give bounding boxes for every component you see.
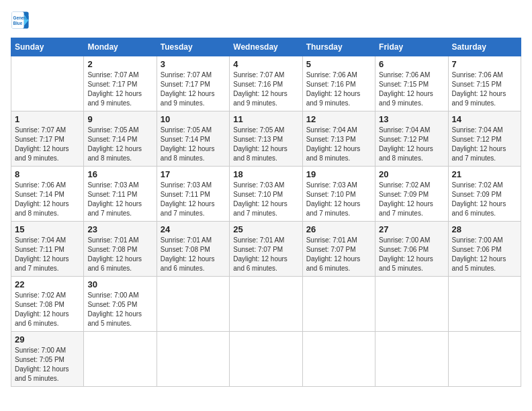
daylight-label: Daylight: 12 hours and 6 minutes. [87, 255, 142, 272]
day-number: 1 [15, 114, 80, 124]
calendar-cell: 27 Sunrise: 7:00 AM Sunset: 7:06 PM Dayl… [375, 222, 448, 277]
sunset-label: Sunset: 7:13 PM [306, 136, 356, 143]
day-info: Sunrise: 7:07 AM Sunset: 7:17 PM Dayligh… [161, 71, 226, 108]
day-info: Sunrise: 7:06 AM Sunset: 7:15 PM Dayligh… [452, 71, 517, 108]
sunset-label: Sunset: 7:11 PM [87, 191, 137, 198]
sunrise-label: Sunrise: 7:04 AM [15, 236, 66, 244]
calendar-cell: 10 Sunrise: 7:05 AM Sunset: 7:14 PM Dayl… [157, 111, 229, 167]
sunrise-label: Sunrise: 7:05 AM [87, 126, 138, 134]
svg-text:General: General [13, 15, 30, 20]
day-number: 7 [452, 59, 517, 69]
sunrise-label: Sunrise: 7:04 AM [306, 126, 357, 134]
calendar-cell [157, 277, 229, 332]
day-info: Sunrise: 7:02 AM Sunset: 7:08 PM Dayligh… [15, 291, 80, 328]
header-sunday: Sunday [11, 38, 84, 56]
sunset-label: Sunset: 7:08 PM [15, 301, 64, 308]
header-tuesday: Tuesday [157, 38, 229, 56]
sunrise-label: Sunrise: 7:02 AM [452, 181, 503, 189]
day-number: 6 [379, 59, 444, 69]
day-info: Sunrise: 7:01 AM Sunset: 7:08 PM Dayligh… [87, 236, 152, 273]
day-number: 13 [379, 114, 444, 124]
sunrise-label: Sunrise: 7:03 AM [306, 181, 357, 189]
sunrise-label: Sunrise: 7:00 AM [87, 291, 138, 299]
calendar-cell: 4 Sunrise: 7:07 AM Sunset: 7:16 PM Dayli… [230, 56, 302, 111]
day-number: 24 [161, 224, 226, 234]
calendar-cell [157, 332, 229, 387]
day-number: 22 [15, 279, 80, 289]
day-number: 4 [233, 59, 298, 69]
day-number: 3 [161, 59, 226, 69]
sunset-label: Sunset: 7:17 PM [87, 81, 137, 88]
daylight-label: Daylight: 12 hours and 9 minutes. [306, 90, 361, 107]
daylight-label: Daylight: 12 hours and 9 minutes. [379, 90, 433, 107]
sunrise-label: Sunrise: 7:00 AM [379, 236, 430, 244]
sunrise-label: Sunrise: 7:02 AM [15, 291, 66, 299]
day-info: Sunrise: 7:04 AM Sunset: 7:11 PM Dayligh… [15, 236, 80, 273]
daylight-label: Daylight: 12 hours and 9 minutes. [15, 145, 69, 162]
calendar-cell [375, 277, 448, 332]
day-info: Sunrise: 7:06 AM Sunset: 7:15 PM Dayligh… [379, 71, 444, 108]
day-info: Sunrise: 7:01 AM Sunset: 7:07 PM Dayligh… [306, 236, 371, 273]
daylight-label: Daylight: 12 hours and 8 minutes. [233, 145, 287, 162]
daylight-label: Daylight: 12 hours and 6 minutes. [15, 310, 69, 327]
calendar-cell: 24 Sunrise: 7:01 AM Sunset: 7:08 PM Dayl… [157, 222, 229, 277]
daylight-label: Daylight: 12 hours and 7 minutes. [233, 200, 287, 217]
sunset-label: Sunset: 7:14 PM [87, 136, 137, 143]
header-monday: Monday [84, 38, 157, 56]
day-info: Sunrise: 7:06 AM Sunset: 7:16 PM Dayligh… [306, 71, 371, 108]
daylight-label: Daylight: 12 hours and 9 minutes. [452, 90, 506, 107]
day-number: 12 [306, 114, 371, 124]
sunset-label: Sunset: 7:11 PM [161, 191, 210, 198]
daylight-label: Daylight: 12 hours and 7 minutes. [87, 200, 142, 217]
calendar-cell: 6 Sunrise: 7:06 AM Sunset: 7:15 PM Dayli… [375, 56, 448, 111]
header-saturday: Saturday [448, 38, 521, 56]
calendar-week-5: 29 Sunrise: 7:00 AM Sunset: 7:05 PM Dayl… [11, 332, 521, 387]
day-number: 10 [161, 114, 226, 124]
day-number: 19 [306, 169, 371, 179]
sunrise-label: Sunrise: 7:03 AM [87, 181, 138, 189]
daylight-label: Daylight: 12 hours and 8 minutes. [15, 200, 69, 217]
day-info: Sunrise: 7:02 AM Sunset: 7:09 PM Dayligh… [452, 181, 517, 218]
sunset-label: Sunset: 7:05 PM [15, 356, 64, 363]
daylight-label: Daylight: 12 hours and 7 minutes. [161, 200, 215, 217]
day-info: Sunrise: 7:03 AM Sunset: 7:11 PM Dayligh… [161, 181, 226, 218]
sunrise-label: Sunrise: 7:04 AM [379, 126, 430, 134]
daylight-label: Daylight: 12 hours and 8 minutes. [87, 145, 142, 162]
daylight-label: Daylight: 12 hours and 6 minutes. [233, 255, 287, 272]
calendar-cell: 17 Sunrise: 7:03 AM Sunset: 7:11 PM Dayl… [157, 167, 229, 222]
sunset-label: Sunset: 7:16 PM [306, 81, 356, 88]
day-number: 25 [233, 224, 298, 234]
day-info: Sunrise: 7:00 AM Sunset: 7:06 PM Dayligh… [379, 236, 444, 273]
sunset-label: Sunset: 7:12 PM [452, 136, 502, 143]
calendar-cell: 11 Sunrise: 7:05 AM Sunset: 7:13 PM Dayl… [230, 111, 302, 167]
sunset-label: Sunset: 7:10 PM [233, 191, 283, 198]
sunrise-label: Sunrise: 7:03 AM [161, 181, 212, 189]
calendar-cell [448, 277, 521, 332]
day-info: Sunrise: 7:01 AM Sunset: 7:07 PM Dayligh… [233, 236, 298, 273]
day-info: Sunrise: 7:04 AM Sunset: 7:13 PM Dayligh… [306, 126, 371, 163]
sunrise-label: Sunrise: 7:06 AM [15, 181, 66, 189]
calendar-cell: 26 Sunrise: 7:01 AM Sunset: 7:07 PM Dayl… [302, 222, 375, 277]
sunset-label: Sunset: 7:06 PM [452, 246, 502, 253]
day-number: 8 [15, 169, 80, 179]
sunrise-label: Sunrise: 7:07 AM [87, 71, 138, 79]
sunrise-label: Sunrise: 7:05 AM [161, 126, 212, 134]
calendar-cell: 13 Sunrise: 7:04 AM Sunset: 7:12 PM Dayl… [375, 111, 448, 167]
day-info: Sunrise: 7:03 AM Sunset: 7:10 PM Dayligh… [306, 181, 371, 218]
day-info: Sunrise: 7:03 AM Sunset: 7:11 PM Dayligh… [87, 181, 152, 218]
sunset-label: Sunset: 7:14 PM [15, 191, 64, 198]
sunrise-label: Sunrise: 7:03 AM [233, 181, 284, 189]
daylight-label: Daylight: 12 hours and 9 minutes. [161, 90, 215, 107]
calendar-week-0: 2 Sunrise: 7:07 AM Sunset: 7:17 PM Dayli… [11, 56, 521, 111]
daylight-label: Daylight: 12 hours and 6 minutes. [306, 255, 361, 272]
day-number: 16 [87, 169, 152, 179]
sunrise-label: Sunrise: 7:05 AM [233, 126, 284, 134]
sunset-label: Sunset: 7:06 PM [379, 246, 429, 253]
svg-text:Blue: Blue [13, 21, 23, 26]
calendar-cell: 8 Sunrise: 7:06 AM Sunset: 7:14 PM Dayli… [11, 167, 84, 222]
day-info: Sunrise: 7:01 AM Sunset: 7:08 PM Dayligh… [161, 236, 226, 273]
calendar-header: SundayMondayTuesdayWednesdayThursdayFrid… [11, 38, 521, 56]
sunrise-label: Sunrise: 7:02 AM [379, 181, 430, 189]
calendar-cell: 22 Sunrise: 7:02 AM Sunset: 7:08 PM Dayl… [11, 277, 84, 332]
daylight-label: Daylight: 12 hours and 7 minutes. [379, 200, 433, 217]
